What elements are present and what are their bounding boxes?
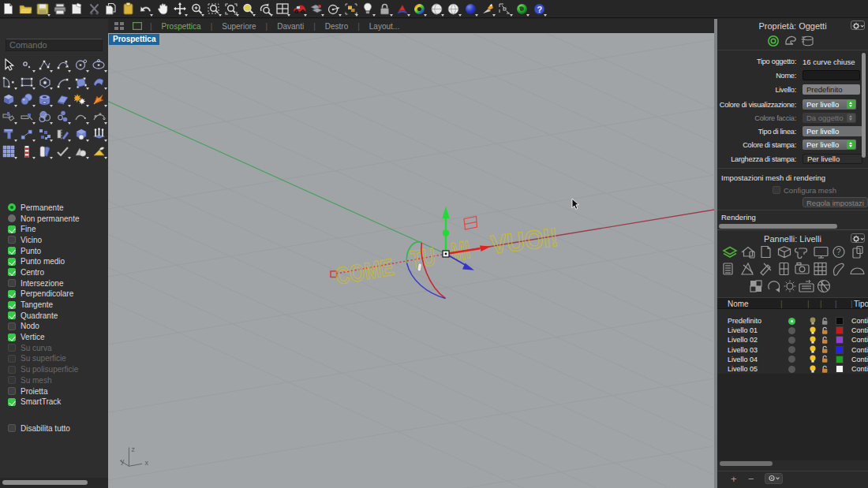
svg-text:z: z (132, 445, 136, 453)
svg-text:x: x (145, 459, 149, 467)
svg-text:TU: TU (409, 243, 437, 274)
svg-text:?: ? (537, 4, 542, 13)
svg-text:y: y (121, 457, 125, 465)
svg-text:VUOI!: VUOI! (488, 222, 559, 259)
svg-text:COME: COME (333, 254, 395, 289)
svg-text:?: ? (836, 248, 841, 256)
